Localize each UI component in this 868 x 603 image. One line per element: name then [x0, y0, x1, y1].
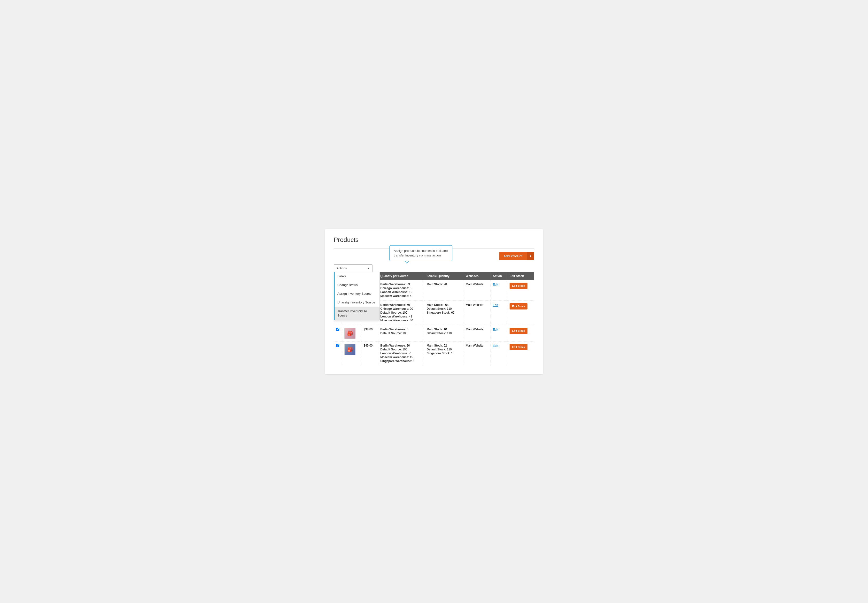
row-qty-per-source: Berlin Warehouse: 0Default Source: 100 [378, 325, 424, 341]
row-salable-qty: Main Stock: 78 [424, 280, 463, 301]
page-container: Products Add Product ▼ Assign products t… [325, 229, 543, 374]
qty-entry: Moscow Warehouse: 80 [381, 319, 422, 322]
row-salable-qty: Main Stock: 10Default Stock: 110 [424, 325, 463, 341]
col-action: Action [490, 272, 507, 280]
product-thumbnail: 🎒 [344, 328, 356, 339]
actions-menu-item-delete[interactable]: Delete [334, 272, 379, 281]
row-salable-qty: Main Stock: 52Default Stock: 110Singapor… [424, 341, 463, 366]
row-image-cell: 🎒 [342, 341, 361, 366]
actions-label: Actions [336, 266, 347, 270]
row-image-cell: 🎒 [342, 325, 361, 341]
row-qty-per-source: Berlin Warehouse: 20Default Source: 100L… [378, 341, 424, 366]
edit-link[interactable]: Edit [493, 344, 498, 348]
actions-menu-item-assign-inventory[interactable]: Assign Inventory Source [334, 289, 379, 298]
actions-menu-item-transfer-inventory[interactable]: Transfer Inventory To Source [334, 307, 379, 320]
salable-entry: Main Stock: 78 [427, 283, 461, 286]
edit-stock-button[interactable]: Edit Stock [509, 303, 528, 309]
actions-menu-item-change-status[interactable]: Change status [334, 281, 379, 289]
add-product-button[interactable]: Add Product [499, 252, 527, 260]
row-action: Edit [490, 280, 507, 301]
salable-entry: Singapore Stock: 69 [427, 311, 461, 314]
row-price: $45.00 [361, 341, 378, 366]
actions-area: Assign products to sources in bulk and t… [334, 264, 534, 272]
row-checkbox[interactable] [336, 344, 339, 347]
salable-entry: Main Stock: 208 [427, 303, 461, 306]
actions-menu: Delete Change status Assign Inventory So… [334, 272, 380, 320]
qty-entry: London Warehouse: 7 [381, 352, 422, 355]
edit-link[interactable]: Edit [493, 328, 498, 331]
row-edit-stock-cell: Edit Stock [507, 341, 534, 366]
qty-entry: Berlin Warehouse: 0 [381, 328, 422, 331]
col-salable-qty: Salable Quantity [424, 272, 463, 280]
actions-button[interactable]: Actions ▲ [334, 264, 373, 272]
col-websites: Websites [463, 272, 490, 280]
row-checkbox[interactable] [336, 328, 339, 331]
menu-blue-bar [334, 272, 335, 320]
qty-entry: Berlin Warehouse: 50 [381, 303, 422, 306]
row-edit-stock-cell: Edit Stock [507, 280, 534, 301]
row-qty-per-source: Berlin Warehouse: 53Chicago Warehouse: 0… [378, 280, 424, 301]
qty-entry: Moscow Warehouse: 15 [381, 356, 422, 359]
row-qty-per-source: Berlin Warehouse: 50Chicago Warehouse: 2… [378, 300, 424, 325]
row-action: Edit [490, 300, 507, 325]
add-product-dropdown-button[interactable]: ▼ [527, 252, 534, 260]
row-edit-stock-cell: Edit Stock [507, 325, 534, 341]
col-qty-per-source: Quantity per Source [378, 272, 424, 280]
qty-entry: Chicago Warehouse: 0 [381, 286, 422, 290]
col-edit-stock: Edit Stock [507, 272, 534, 280]
qty-entry: Moscow Warehouse: 4 [381, 294, 422, 298]
qty-entry: London Warehouse: 12 [381, 291, 422, 294]
page-title: Products [334, 236, 534, 244]
edit-link[interactable]: Edit [493, 283, 498, 286]
row-price: $38.00 [361, 325, 378, 341]
table-row: 🎒$38.00Berlin Warehouse: 0Default Source… [334, 325, 534, 341]
row-checkbox-cell [334, 341, 342, 366]
add-product-group: Add Product ▼ [499, 252, 534, 260]
row-websites: Main Website [463, 280, 490, 301]
actions-arrow-icon: ▲ [367, 267, 370, 269]
row-salable-qty: Main Stock: 208Default Stock: 110Singapo… [424, 300, 463, 325]
qty-entry: Default Source: 100 [381, 331, 422, 335]
actions-row: Actions ▲ Delete Change status Assign In… [334, 264, 534, 272]
qty-entry: London Warehouse: 48 [381, 315, 422, 318]
edit-stock-button[interactable]: Edit Stock [509, 283, 528, 289]
salable-entry: Singapore Stock: 15 [427, 352, 461, 355]
qty-entry: Singapore Warehouse: 5 [381, 359, 422, 363]
qty-entry: Berlin Warehouse: 20 [381, 344, 422, 347]
edit-stock-button[interactable]: Edit Stock [509, 344, 528, 350]
row-edit-stock-cell: Edit Stock [507, 300, 534, 325]
row-checkbox-cell [334, 325, 342, 341]
tooltip-text: Assign products to sources in bulk and t… [394, 249, 448, 257]
row-websites: Main Website [463, 300, 490, 325]
product-thumbnail: 🎒 [344, 344, 356, 355]
table-row: 🎒$45.00Berlin Warehouse: 20Default Sourc… [334, 341, 534, 366]
salable-entry: Default Stock: 110 [427, 331, 461, 335]
tooltip-bubble: Assign products to sources in bulk and t… [390, 245, 452, 261]
row-action: Edit [490, 341, 507, 366]
salable-entry: Default Stock: 110 [427, 348, 461, 351]
salable-entry: Main Stock: 10 [427, 328, 461, 331]
actions-dropdown-wrapper: Actions ▲ Delete Change status Assign In… [334, 264, 373, 272]
row-action: Edit [490, 325, 507, 341]
edit-stock-button[interactable]: Edit Stock [509, 328, 528, 334]
qty-entry: Berlin Warehouse: 53 [381, 283, 422, 286]
salable-entry: Main Stock: 52 [427, 344, 461, 347]
edit-link[interactable]: Edit [493, 303, 498, 307]
row-websites: Main Website [463, 341, 490, 366]
salable-entry: Default Stock: 110 [427, 307, 461, 311]
qty-entry: Default Source: 100 [381, 311, 422, 314]
qty-entry: Default Source: 100 [381, 348, 422, 351]
actions-menu-item-unassign-inventory[interactable]: Unassign Inventory Source [334, 298, 379, 307]
row-websites: Main Website [463, 325, 490, 341]
qty-entry: Chicago Warehouse: 20 [381, 307, 422, 311]
